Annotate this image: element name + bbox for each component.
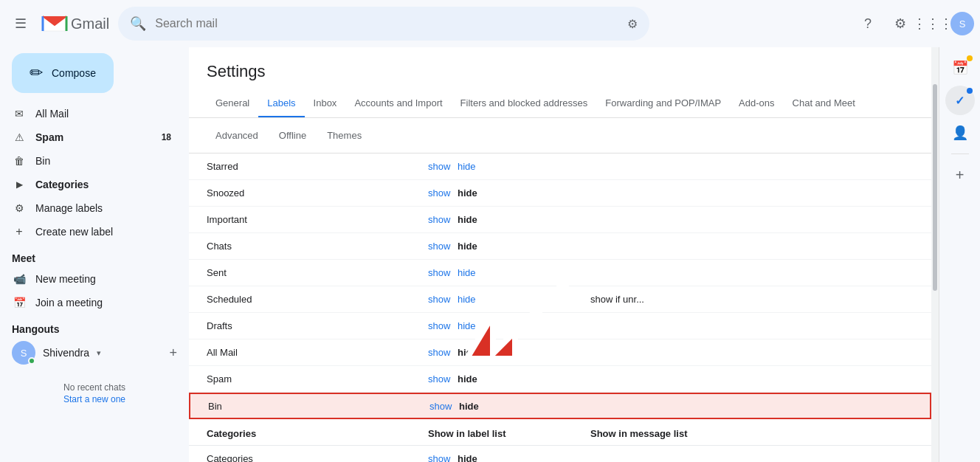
settings-tabs: General Labels Inbox Accounts and Import… [189, 90, 931, 118]
show-link-categories[interactable]: show [428, 453, 450, 462]
label-row-drafts: Drafts show hide [189, 313, 931, 339]
label-name-scheduled: Scheduled [207, 294, 428, 305]
manage-labels-icon: ⚙ [12, 202, 27, 214]
start-new-chat-link[interactable]: Start a new one [63, 394, 125, 404]
sidebar-label-new-meeting: New meeting [35, 273, 96, 285]
show-link-important[interactable]: show [428, 214, 450, 225]
show-link-snoozed[interactable]: show [428, 187, 450, 199]
compose-label: Compose [52, 67, 96, 79]
tab-accounts-import[interactable]: Accounts and Import [345, 90, 451, 118]
label-row-important: Important show hide [189, 207, 931, 233]
apps-button[interactable]: ⋮⋮⋮ [918, 9, 948, 38]
label-msg-scheduled: show if unr... [590, 294, 914, 305]
hide-link-starred[interactable]: hide [458, 161, 476, 172]
subtab-themes[interactable]: Themes [318, 124, 370, 147]
sidebar-label-categories: Categories [35, 179, 89, 190]
label-show-hide-sent: show hide [428, 267, 590, 278]
label-show-hide-scheduled: show hide [428, 294, 590, 305]
show-link-all-mail[interactable]: show [428, 347, 450, 358]
label-row-categories: Categories show hide [189, 446, 931, 462]
hide-link-sent[interactable]: hide [458, 267, 476, 278]
compose-button[interactable]: ✏ Compose [12, 53, 114, 93]
tab-filters[interactable]: Filters and blocked addresses [452, 90, 597, 118]
right-panel: 📅 ✓ 👤 + [939, 47, 980, 462]
label-show-hide-categories: show hide [428, 453, 590, 462]
show-link-spam[interactable]: show [428, 373, 450, 385]
hangouts-username: Shivendra [43, 347, 89, 359]
hangouts-avatar: S [12, 341, 35, 365]
sidebar-label-all-mail: All Mail [35, 108, 69, 120]
right-panel-calendar-button[interactable]: 📅 [945, 53, 975, 83]
label-name-chats: Chats [207, 241, 428, 252]
hide-link-scheduled[interactable]: hide [458, 294, 476, 305]
sidebar-item-manage-labels[interactable]: ⚙ Manage labels [0, 196, 183, 220]
label-name-sent: Sent [207, 267, 428, 278]
hide-bold-snoozed: hide [458, 187, 477, 199]
hide-bold-spam: hide [458, 373, 477, 385]
meet-section-header: Meet [0, 244, 189, 267]
tab-labels[interactable]: Labels [258, 90, 304, 118]
right-panel-divider [951, 154, 969, 154]
right-panel-add-button[interactable]: + [945, 160, 975, 190]
right-panel-contacts-button[interactable]: 👤 [945, 118, 975, 148]
show-link-chats[interactable]: show [428, 241, 450, 252]
hangouts-user-row[interactable]: S Shivendra ▾ + [0, 338, 189, 368]
tasks-icon: ✓ [955, 94, 965, 108]
categories-section-header: Categories Show in label list Show in me… [189, 422, 931, 446]
hamburger-button[interactable]: ☰ [6, 9, 35, 38]
sidebar-label-manage-labels: Manage labels [35, 202, 103, 214]
right-panel-tasks-button[interactable]: ✓ [945, 86, 975, 115]
hangouts-section-header: Hangouts [0, 314, 189, 338]
create-label-icon: + [12, 225, 27, 238]
show-link-scheduled[interactable]: show [428, 294, 450, 305]
show-link-bin[interactable]: show [429, 401, 452, 412]
label-name-all-mail: All Mail [207, 347, 428, 358]
label-name-important: Important [207, 214, 428, 225]
tab-inbox[interactable]: Inbox [305, 90, 346, 118]
scrollbar-track[interactable] [931, 47, 939, 462]
tab-add-ons[interactable]: Add-ons [730, 90, 783, 118]
scrollbar-thumb[interactable] [933, 84, 937, 291]
search-input[interactable] [155, 17, 618, 30]
sidebar: ✏ Compose ✉ All Mail ⚠ Spam 18 🗑 Bin ▶ C… [0, 47, 189, 462]
search-filter-icon[interactable]: ⚙ [627, 17, 638, 31]
label-show-hide-chats: show hide [428, 241, 590, 252]
sidebar-item-join-meeting[interactable]: 📅 Join a meeting [0, 291, 183, 314]
tab-chat-meet[interactable]: Chat and Meet [784, 90, 864, 118]
hide-link-drafts[interactable]: hide [458, 320, 476, 331]
search-icon: 🔍 [130, 15, 146, 32]
sidebar-item-new-meeting[interactable]: 📹 New meeting [0, 267, 183, 291]
sidebar-item-bin[interactable]: 🗑 Bin [0, 149, 183, 173]
sidebar-item-all-mail[interactable]: ✉ All Mail [0, 102, 183, 125]
no-chats-area: No recent chats Start a new one [0, 368, 189, 410]
tab-forwarding[interactable]: Forwarding and POP/IMAP [596, 90, 730, 118]
show-link-starred[interactable]: show [428, 161, 450, 172]
settings-button[interactable]: ⚙ [886, 9, 915, 38]
contacts-icon: 👤 [952, 125, 968, 141]
subtab-offline[interactable]: Offline [270, 124, 315, 147]
label-row-starred: Starred show hide [189, 154, 931, 180]
sidebar-item-spam[interactable]: ⚠ Spam 18 [0, 125, 183, 149]
label-name-starred: Starred [207, 161, 428, 172]
show-link-sent[interactable]: show [428, 267, 450, 278]
hangouts-add-button[interactable]: + [169, 345, 177, 361]
label-show-hide-spam: show hide [428, 373, 590, 385]
sidebar-item-categories[interactable]: ▶ Categories [0, 173, 183, 196]
show-link-drafts[interactable]: show [428, 320, 450, 331]
label-show-hide-snoozed: show hide [428, 187, 590, 199]
label-show-hide-starred: show hide [428, 161, 590, 172]
sidebar-item-create-label[interactable]: + Create new label [0, 220, 183, 244]
search-bar: 🔍 ⚙ [118, 7, 649, 41]
help-button[interactable]: ? [853, 9, 883, 38]
tab-general[interactable]: General [207, 90, 258, 118]
label-name-categories: Categories [207, 453, 428, 462]
spam-badge: 18 [162, 132, 171, 142]
compose-icon: ✏ [30, 63, 43, 83]
add-icon: + [956, 167, 965, 184]
label-name-spam: Spam [207, 373, 428, 385]
tasks-dot [967, 88, 973, 94]
subtab-advanced[interactable]: Advanced [207, 124, 267, 147]
avatar[interactable]: S [950, 12, 974, 35]
join-meeting-icon: 📅 [12, 297, 27, 308]
label-show-hide-important: show hide [428, 214, 590, 225]
